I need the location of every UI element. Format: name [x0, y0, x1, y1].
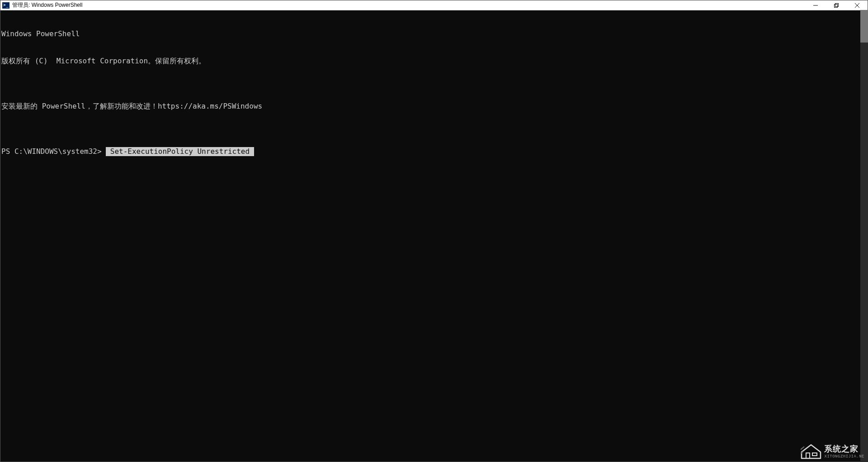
- window-title: 管理员: Windows PowerShell: [12, 1, 82, 9]
- terminal-line: 安装最新的 PowerShell，了解新功能和改进！https://aka.ms…: [1, 102, 868, 111]
- watermark-logo-icon: [801, 443, 821, 459]
- terminal-body[interactable]: Windows PowerShell 版权所有 (C) Microsoft Co…: [0, 10, 868, 462]
- minimize-button[interactable]: [805, 0, 826, 10]
- minimize-icon: [813, 3, 818, 8]
- command-text: Set-ExecutionPolicy Unrestricted: [106, 147, 254, 156]
- watermark-text: 系统之家 XITONGZHIJIA.NE: [824, 443, 864, 459]
- powershell-window: 管理员: Windows PowerShell Windows PowerShe…: [0, 0, 868, 462]
- scrollbar-thumb[interactable]: [860, 10, 868, 43]
- titlebar[interactable]: 管理员: Windows PowerShell: [0, 0, 868, 10]
- svg-rect-1: [835, 4, 838, 7]
- powershell-icon: [2, 2, 9, 9]
- svg-rect-5: [812, 453, 817, 456]
- prompt-text: PS C:\WINDOWS\system32>: [1, 147, 106, 156]
- titlebar-left: 管理员: Windows PowerShell: [2, 1, 82, 9]
- watermark: 系统之家 XITONGZHIJIA.NE: [801, 443, 864, 459]
- svg-rect-2: [835, 3, 839, 6]
- watermark-cn: 系统之家: [824, 443, 864, 454]
- maximize-icon: [834, 3, 839, 8]
- terminal-line: Windows PowerShell: [1, 29, 868, 38]
- watermark-en: XITONGZHIJIA.NE: [824, 454, 864, 459]
- prompt-line: PS C:\WINDOWS\system32> Set-ExecutionPol…: [1, 147, 868, 156]
- terminal-line: 版权所有 (C) Microsoft Corporation。保留所有权利。: [1, 57, 868, 66]
- scrollbar-track[interactable]: [860, 10, 868, 462]
- close-icon: [855, 3, 859, 8]
- maximize-button[interactable]: [826, 0, 847, 10]
- close-button[interactable]: [847, 0, 868, 10]
- window-controls: [805, 0, 868, 10]
